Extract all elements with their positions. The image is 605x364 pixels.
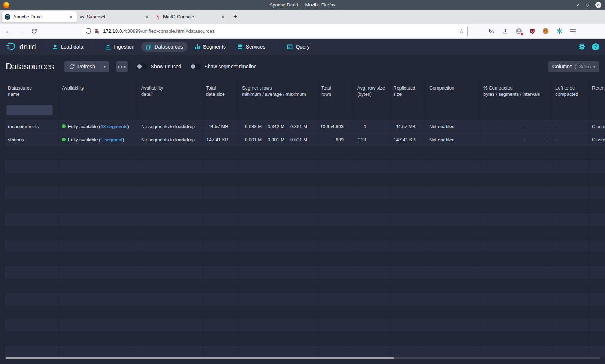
settings-gear-icon[interactable] xyxy=(578,43,586,50)
empty-cell xyxy=(390,306,426,319)
col-header-availability_detail[interactable]: Availabilitydetail xyxy=(138,78,203,100)
refresh-button[interactable]: Refresh xyxy=(64,61,100,72)
druid-logo-icon xyxy=(6,42,17,51)
url-bar[interactable]: 172.18.0.4:30899/unified-console.html#da… xyxy=(82,26,468,37)
bookmark-star-icon[interactable]: ☆ xyxy=(459,28,464,35)
forward-button[interactable]: → xyxy=(17,28,27,35)
downloads-icon[interactable] xyxy=(502,28,508,34)
empty-cell xyxy=(426,319,480,333)
new-tab-button[interactable]: + xyxy=(233,13,237,21)
empty-cell xyxy=(589,333,605,346)
tab-minio-console[interactable]: MinIO Console × xyxy=(153,11,229,23)
col-header-retention[interactable]: Retention xyxy=(589,78,605,100)
col-header-total_data_size[interactable]: Totaldata size xyxy=(203,78,239,100)
back-button[interactable]: ← xyxy=(4,28,13,35)
empty-cell xyxy=(239,293,318,306)
empty-cell xyxy=(203,319,239,333)
show-segment-timeline-toggle[interactable] xyxy=(190,64,201,69)
columns-count: (13/15) xyxy=(575,64,591,69)
more-actions-button[interactable]: ●●● xyxy=(116,61,128,72)
horizontal-scrollbar-track[interactable] xyxy=(5,357,600,359)
nav-item-label: Segments xyxy=(203,44,226,50)
empty-cell xyxy=(426,200,480,213)
empty-cell xyxy=(59,213,138,226)
tab-close-icon[interactable]: × xyxy=(68,14,74,20)
tracking-shield-icon[interactable] xyxy=(86,28,91,34)
col-header-pct_compacted[interactable]: % Compactedbytes / segments / intervals xyxy=(480,78,552,100)
nav-item-query[interactable]: Query xyxy=(282,42,314,52)
empty-cell xyxy=(138,213,203,226)
datasource-row-stations[interactable]: stationsFully available (1 segment)No se… xyxy=(5,133,605,146)
tab-close-icon[interactable]: × xyxy=(144,14,150,20)
show-unused-toggle[interactable] xyxy=(136,64,147,69)
nav-item-services[interactable]: Services xyxy=(233,42,270,52)
tab-apache-druid[interactable]: Apache Druid × xyxy=(1,11,77,23)
col-header-name[interactable]: Datasourcename xyxy=(5,78,59,100)
datasource-row-measurements[interactable]: measurementsFully available (33 segments… xyxy=(5,120,605,133)
horizontal-scrollbar-thumb[interactable] xyxy=(6,357,394,359)
empty-cell xyxy=(589,253,605,266)
cell-availability: Fully available (1 segment) xyxy=(59,133,138,146)
firefox-logo-icon xyxy=(3,2,9,8)
window-maximize-icon[interactable]: ◇ xyxy=(586,2,589,8)
cell-name: stations xyxy=(5,133,59,146)
empty-cell xyxy=(426,160,480,173)
nav-item-label: Load data xyxy=(61,44,83,50)
empty-cell xyxy=(552,240,589,253)
refresh-dropdown-button[interactable]: ▾ xyxy=(100,61,109,72)
url-text[interactable]: 172.18.0.4:30899/unified-console.html#da… xyxy=(103,28,215,34)
cookie-icon[interactable] xyxy=(543,28,549,34)
available-status-icon xyxy=(62,138,66,141)
empty-cell xyxy=(318,253,354,266)
segments-link[interactable]: 1 segment xyxy=(100,137,122,142)
druid-brand[interactable]: druid xyxy=(6,42,36,51)
nav-item-ingestion[interactable]: Ingestion xyxy=(100,42,139,52)
empty-cell xyxy=(390,186,426,200)
empty-cell xyxy=(589,160,605,173)
empty-cell xyxy=(390,200,426,213)
columns-button[interactable]: Columns (13/15) ▾ xyxy=(548,61,599,72)
nav-item-load-data[interactable]: Load data xyxy=(48,42,88,52)
window-close-icon[interactable]: × xyxy=(595,2,601,8)
empty-row xyxy=(5,279,605,293)
cell-name: measurements xyxy=(5,120,59,133)
help-icon[interactable]: ? xyxy=(592,43,599,50)
empty-cell xyxy=(239,306,318,319)
tab-superset[interactable]: ∞ Superset × xyxy=(77,11,153,23)
asterisk-extension-icon[interactable] xyxy=(556,28,563,34)
insecure-lock-icon[interactable] xyxy=(94,28,99,34)
segments-link[interactable]: 33 segments xyxy=(100,124,127,129)
empty-cell xyxy=(59,240,138,253)
nav-item-segments[interactable]: Segments xyxy=(190,42,230,52)
empty-cell xyxy=(203,213,239,226)
empty-cell xyxy=(59,200,138,213)
extension-icon[interactable] xyxy=(516,28,522,35)
druid-nav-bar: druid Load data Ingestion Datasources Se… xyxy=(0,39,605,55)
load-data-icon xyxy=(52,44,58,50)
ublock-icon[interactable] xyxy=(530,28,535,34)
empty-cell xyxy=(426,146,480,160)
empty-cell xyxy=(318,160,354,173)
cell-total_data_size: 44.57 MB xyxy=(203,120,239,133)
empty-cell xyxy=(203,279,239,293)
empty-cell xyxy=(589,306,605,319)
col-header-replicated_size[interactable]: Replicatedsize xyxy=(390,78,426,100)
col-header-left_to_be_compacted[interactable]: Left to becompacted xyxy=(552,78,589,100)
col-header-availability[interactable]: Availability xyxy=(59,78,138,100)
col-header-total_rows[interactable]: Totalrows xyxy=(318,78,354,100)
empty-cell xyxy=(318,240,354,253)
pocket-icon[interactable] xyxy=(489,28,495,34)
col-header-segment_rows[interactable]: Segment rowsminimum / average / maximum xyxy=(239,78,318,100)
empty-cell xyxy=(390,319,426,333)
window-minimize-icon[interactable]: ∨ xyxy=(576,2,579,8)
nav-item-datasources[interactable]: Datasources xyxy=(141,42,188,52)
empty-cell xyxy=(203,200,239,213)
col-header-avg_row_size[interactable]: Avg. row size(bytes) xyxy=(354,78,390,100)
col-header-compaction[interactable]: Compaction xyxy=(426,78,480,100)
datasource-name-filter-input[interactable] xyxy=(6,105,53,115)
reload-button[interactable] xyxy=(30,28,39,34)
empty-cell xyxy=(138,293,203,306)
tab-close-icon[interactable]: × xyxy=(220,14,226,20)
menu-hamburger-icon[interactable] xyxy=(570,29,576,34)
empty-cell xyxy=(203,160,239,173)
